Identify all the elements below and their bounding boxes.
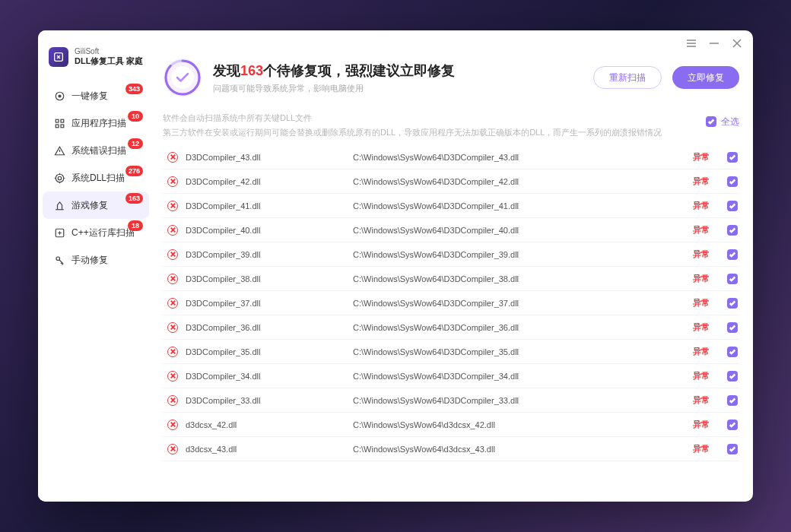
error-icon — [167, 444, 178, 454]
svg-point-2 — [59, 95, 61, 97]
row-checkbox[interactable] — [727, 444, 738, 454]
sidebar-item-0[interactable]: 一键修复343 — [43, 82, 149, 109]
error-icon — [167, 152, 178, 163]
sidebar-item-4[interactable]: 游戏修复163 — [43, 192, 149, 219]
sidebar-item-2[interactable]: 系统错误扫描12 — [43, 137, 149, 164]
row-checkbox[interactable] — [727, 152, 738, 163]
dll-name: D3DCompiler_35.dll — [186, 347, 353, 356]
repair-button[interactable]: 立即修复 — [672, 66, 739, 89]
row-checkbox[interactable] — [727, 347, 738, 357]
info-row: 软件会自动扫描系统中所有关键DLL文件 第三方软件在安装或运行期间可能会替换或删… — [163, 111, 739, 139]
sidebar-item-1[interactable]: 应用程序扫描10 — [43, 109, 149, 137]
svg-rect-5 — [56, 125, 59, 128]
dll-status: 异常 — [688, 151, 715, 163]
dll-row[interactable]: D3DCompiler_43.dllC:\Windows\SysWow64\D3… — [163, 145, 739, 169]
dll-list[interactable]: D3DCompiler_43.dllC:\Windows\SysWow64\D3… — [163, 145, 739, 502]
dll-path: C:\Windows\SysWow64\D3DCompiler_39.dll — [353, 250, 688, 259]
header-title: 发现163个待修复项，强烈建议立即修复 — [213, 62, 583, 80]
row-checkbox[interactable] — [727, 322, 738, 333]
brand-subtitle: GiliSoft — [75, 47, 143, 56]
dll-row[interactable]: D3DCompiler_34.dllC:\Windows\SysWow64\D3… — [163, 364, 739, 388]
info-line-1: 软件会自动扫描系统中所有关键DLL文件 — [163, 111, 706, 125]
sidebar-item-5[interactable]: C++运行库扫描18 — [43, 219, 149, 246]
error-icon — [167, 347, 178, 357]
dll-name: D3DCompiler_39.dll — [186, 250, 353, 259]
menu-button[interactable] — [686, 38, 697, 49]
nav-label: 应用程序扫描 — [71, 117, 126, 130]
dll-row[interactable]: D3DCompiler_39.dllC:\Windows\SysWow64\D3… — [163, 242, 739, 267]
svg-rect-6 — [61, 125, 64, 128]
dll-name: D3DCompiler_40.dll — [186, 226, 353, 235]
dll-status: 异常 — [688, 370, 715, 382]
checkbox-icon — [706, 116, 716, 127]
dll-path: C:\Windows\SysWow64\D3DCompiler_42.dll — [353, 177, 688, 186]
nav-label: 一键修复 — [71, 90, 108, 103]
nav-icon — [53, 254, 65, 266]
dll-row[interactable]: D3DCompiler_41.dllC:\Windows\SysWow64\D3… — [163, 194, 739, 218]
nav-list: 一键修复343应用程序扫描10系统错误扫描12系统DLL扫描276游戏修复163… — [38, 82, 154, 274]
dll-path: C:\Windows\SysWow64\D3DCompiler_41.dll — [353, 201, 688, 211]
nav-icon — [53, 144, 65, 157]
sidebar-item-6[interactable]: 手动修复 — [43, 246, 149, 274]
dll-status: 异常 — [688, 273, 715, 284]
error-icon — [167, 274, 178, 284]
nav-icon — [53, 199, 65, 211]
dll-name: D3DCompiler_43.dll — [186, 153, 353, 162]
row-checkbox[interactable] — [727, 371, 738, 382]
dll-row[interactable]: D3DCompiler_37.dllC:\Windows\SysWow64\D3… — [163, 291, 739, 315]
row-checkbox[interactable] — [727, 395, 738, 406]
nav-badge: 10 — [128, 111, 143, 122]
dll-path: C:\Windows\SysWow64\D3DCompiler_33.dll — [353, 396, 688, 405]
status-ring-icon — [163, 58, 202, 97]
select-all[interactable]: 全选 — [706, 114, 739, 129]
dll-name: D3DCompiler_33.dll — [186, 396, 353, 405]
dll-status: 异常 — [688, 200, 715, 211]
row-checkbox[interactable] — [727, 298, 738, 309]
nav-badge: 12 — [128, 138, 143, 149]
nav-label: 系统DLL扫描 — [71, 172, 125, 185]
row-checkbox[interactable] — [727, 176, 738, 187]
issue-count: 163 — [240, 63, 263, 78]
nav-label: 游戏修复 — [71, 199, 108, 212]
dll-row[interactable]: D3DCompiler_40.dllC:\Windows\SysWow64\D3… — [163, 218, 739, 242]
dll-status: 异常 — [688, 346, 715, 357]
minimize-button[interactable] — [709, 38, 720, 49]
brand-icon — [49, 47, 68, 67]
svg-point-7 — [56, 174, 64, 182]
error-icon — [167, 420, 178, 430]
close-button[interactable] — [732, 38, 742, 49]
error-icon — [167, 249, 178, 260]
error-icon — [167, 201, 178, 211]
error-icon — [167, 176, 178, 187]
info-line-2: 第三方软件在安装或运行期间可能会替换或删除系统原有的DLL，导致应用程序无法加载… — [163, 125, 706, 140]
dll-row[interactable]: D3DCompiler_35.dllC:\Windows\SysWow64\D3… — [163, 340, 739, 364]
dll-row[interactable]: D3DCompiler_38.dllC:\Windows\SysWow64\D3… — [163, 267, 739, 291]
brand: GiliSoft DLL修复工具 家庭 — [38, 47, 154, 82]
dll-status: 异常 — [688, 297, 715, 309]
row-checkbox[interactable] — [727, 225, 738, 236]
nav-label: C++运行库扫描 — [71, 226, 135, 239]
row-checkbox[interactable] — [727, 201, 738, 211]
dll-row[interactable]: d3dcsx_42.dllC:\Windows\SysWow64\d3dcsx_… — [163, 413, 739, 437]
nav-icon — [53, 117, 65, 129]
nav-icon — [53, 226, 65, 239]
dll-row[interactable]: D3DCompiler_33.dllC:\Windows\SysWow64\D3… — [163, 388, 739, 413]
dll-path: C:\Windows\SysWow64\D3DCompiler_43.dll — [353, 153, 688, 162]
dll-row[interactable]: D3DCompiler_36.dllC:\Windows\SysWow64\D3… — [163, 315, 739, 340]
dll-name: D3DCompiler_37.dll — [186, 299, 353, 308]
select-all-label: 全选 — [721, 114, 739, 129]
row-checkbox[interactable] — [727, 249, 738, 260]
dll-name: d3dcsx_43.dll — [186, 445, 353, 454]
dll-name: d3dcsx_42.dll — [186, 420, 353, 429]
sidebar-item-3[interactable]: 系统DLL扫描276 — [43, 164, 149, 192]
app-window: GiliSoft DLL修复工具 家庭 一键修复343应用程序扫描10系统错误扫… — [38, 30, 753, 502]
row-checkbox[interactable] — [727, 274, 738, 284]
rescan-button[interactable]: 重新扫描 — [593, 66, 662, 89]
row-checkbox[interactable] — [727, 420, 738, 430]
header-subtitle: 问题项可能导致系统异常，影响电脑使用 — [213, 83, 583, 94]
dll-path: C:\Windows\SysWow64\d3dcsx_42.dll — [353, 420, 688, 429]
dll-row[interactable]: d3dcsx_43.dllC:\Windows\SysWow64\d3dcsx_… — [163, 437, 739, 461]
dll-name: D3DCompiler_42.dll — [186, 177, 353, 186]
dll-row[interactable]: D3DCompiler_42.dllC:\Windows\SysWow64\D3… — [163, 169, 739, 194]
nav-badge: 18 — [128, 220, 143, 231]
